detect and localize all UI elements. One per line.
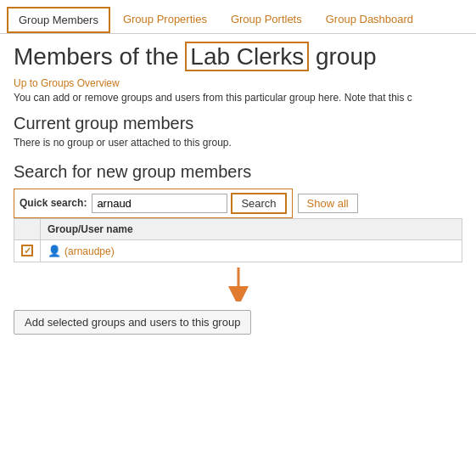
tab-bar: Group Members Group Properties Group Por… [0, 0, 476, 34]
title-prefix: Members of the [14, 43, 185, 70]
tab-group-dashboard[interactable]: Group Dashboard [315, 7, 424, 33]
tab-group-properties[interactable]: Group Properties [112, 7, 218, 33]
table-header-name: Group/User name [41, 218, 462, 239]
arrow-icon [213, 267, 264, 301]
page-description: You can add or remove groups and users f… [14, 92, 462, 104]
user-link[interactable]: (arnaudpe) [64, 245, 115, 257]
row-user-cell: 👤(arnaudpe) [41, 239, 462, 262]
add-selected-button[interactable]: Add selected groups and users to this gr… [14, 310, 251, 335]
show-all-button[interactable]: Show all [298, 194, 358, 213]
tab-group-portlets[interactable]: Group Portlets [220, 7, 313, 33]
tab-group-members[interactable]: Group Members [7, 7, 110, 33]
page-title: Members of the Lab Clerks group [14, 42, 462, 71]
row-checkbox[interactable] [21, 245, 33, 256]
title-highlight: Lab Clerks [185, 42, 309, 71]
search-button[interactable]: Search [231, 193, 286, 214]
search-section-title: Search for new group members [14, 162, 462, 182]
search-label: Quick search: [20, 197, 87, 209]
current-members-title: Current group members [14, 114, 462, 133]
search-controls: Quick search: Search Show all [14, 189, 462, 218]
row-checkbox-cell[interactable] [14, 239, 41, 262]
title-suffix: group [309, 43, 376, 70]
table-header-row: Group/User name [14, 218, 462, 239]
user-icon: 👤 [48, 245, 61, 257]
arrow-container [14, 262, 462, 305]
back-link[interactable]: Up to Groups Overview [14, 77, 120, 89]
main-content: Members of the Lab Clerks group Up to Gr… [0, 34, 476, 348]
table-header-checkbox [14, 218, 41, 239]
no-members-text: There is no group or user attached to th… [14, 137, 462, 149]
table-row: 👤(arnaudpe) [14, 239, 462, 262]
search-input[interactable] [92, 194, 227, 213]
search-bar: Quick search: Search [14, 189, 293, 218]
results-table: Group/User name 👤(arnaudpe) [14, 218, 462, 262]
